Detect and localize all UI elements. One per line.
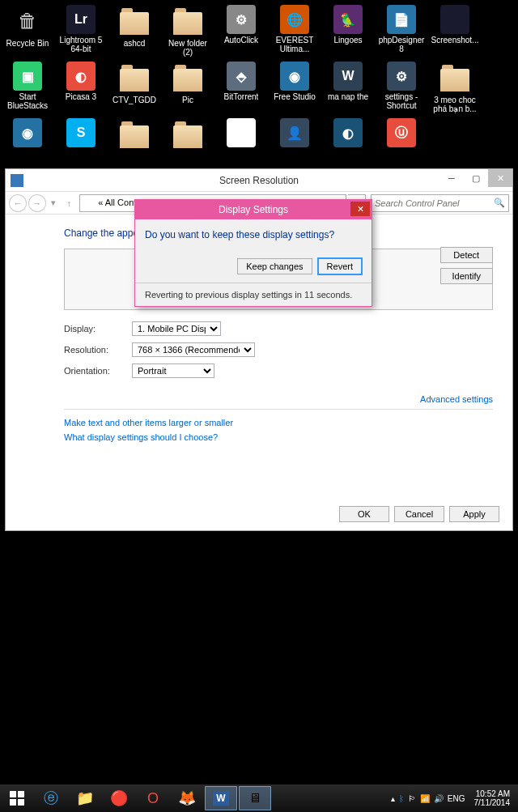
detect-button[interactable]: Detect	[440, 247, 493, 263]
forward-button[interactable]: →	[28, 194, 46, 212]
app-icon: ⚙	[387, 62, 416, 91]
search-box[interactable]: 🔍	[371, 194, 509, 212]
desktop-icon[interactable]: ◉Free Studio	[269, 60, 321, 117]
display-label: Display:	[64, 324, 132, 334]
app-icon	[172, 118, 204, 151]
taskbar-chrome[interactable]: 🔴	[103, 786, 135, 810]
desktop-icon[interactable]: ⚙AutoClick	[215, 3, 267, 60]
desktop-icon[interactable]: New folder (2)	[162, 3, 214, 60]
keep-changes-button[interactable]: Keep changes	[237, 258, 312, 274]
tray-volume-icon[interactable]: 🔊	[434, 794, 444, 803]
desktop-icon[interactable]	[108, 117, 160, 173]
taskbar-firefox[interactable]: 🦊	[171, 786, 203, 810]
orientation-label: Orientation:	[64, 366, 132, 376]
tray-language[interactable]: ENG	[448, 794, 465, 803]
icon-label: Picasa 3	[66, 92, 96, 101]
tray-bluetooth-icon[interactable]: ᛒ	[399, 794, 404, 803]
dialog-close-button[interactable]: ✕	[350, 202, 370, 216]
minimize-button[interactable]: ─	[439, 169, 464, 187]
desktop-icon[interactable]	[162, 117, 214, 173]
titlebar[interactable]: Screen Resolution ─ ▢ ✕	[6, 169, 512, 192]
taskbar-clock[interactable]: 10:52 AM 7/11/2014	[469, 789, 516, 807]
desktop-icon[interactable]: S	[55, 117, 107, 173]
icon-label: Free Studio	[274, 92, 316, 101]
app-icon	[172, 5, 204, 37]
apply-button[interactable]: Apply	[449, 506, 499, 522]
window-title: Screen Resolution	[6, 175, 512, 186]
svg-rect-1	[18, 791, 24, 797]
desktop-icon[interactable]: Pic	[162, 60, 214, 117]
advanced-settings-link[interactable]: Advanced settings	[420, 394, 493, 404]
dialog-titlebar[interactable]: Display Settings ✕	[135, 200, 372, 219]
dialog-status: Reverting to previous display settings i…	[145, 287, 362, 300]
desktop-icon[interactable]: 📄phpDesigner 8	[376, 3, 427, 60]
help-link[interactable]: What display settings should I choose?	[64, 432, 493, 442]
icon-label: BitTorrent	[224, 92, 259, 101]
resolution-label: Resolution:	[64, 345, 132, 355]
app-icon: Lr	[66, 5, 96, 34]
maximize-button[interactable]: ▢	[464, 169, 488, 187]
app-icon	[439, 62, 471, 94]
app-icon: 🗑	[11, 5, 44, 37]
desktop-icon[interactable]: 🌐EVEREST Ultima...	[269, 3, 321, 60]
icon-label: 3 meo choc phá bạn b...	[430, 96, 480, 113]
app-icon: ▤	[227, 118, 256, 147]
taskbar-ie[interactable]: ⓔ	[35, 786, 67, 810]
revert-button[interactable]: Revert	[318, 258, 362, 274]
desktop-icon[interactable]: ⚙settings - Shortcut	[376, 60, 427, 117]
desktop-icon[interactable]: ▣Start BlueStacks	[2, 60, 53, 117]
app-icon: ⚙	[227, 5, 256, 34]
app-icon	[118, 62, 151, 94]
desktop-icon[interactable]: ◐Picasa 3	[55, 60, 107, 117]
dialog-question: Do you want to keep these display settin…	[145, 229, 362, 240]
desktop-icon[interactable]: Screenshot...	[429, 3, 481, 60]
desktop-icon[interactable]: ◉	[2, 117, 53, 173]
taskbar-word[interactable]: W	[205, 786, 237, 810]
search-input[interactable]	[372, 198, 490, 208]
app-icon	[172, 62, 204, 94]
taskbar-explorer[interactable]: 📁	[69, 786, 101, 810]
icon-label: CTV_TGDD	[113, 96, 156, 104]
taskbar-opera[interactable]: O	[137, 786, 169, 810]
close-button[interactable]: ✕	[488, 169, 512, 187]
ok-button[interactable]: OK	[339, 506, 389, 522]
desktop-icon[interactable]: 3 meo choc phá bạn b...	[429, 60, 481, 117]
cancel-button[interactable]: Cancel	[394, 506, 444, 522]
desktop-icon[interactable]: 🗑Recycle Bin	[2, 3, 53, 60]
identify-button[interactable]: Identify	[440, 268, 493, 284]
desktop-icon[interactable]: LrLightroom 5 64-bit	[55, 3, 107, 60]
icon-label: AutoClick	[224, 36, 258, 45]
taskbar: ⓔ 📁 🔴 O 🦊 W 🖥 ▴ ᛒ 🏳 📶 🔊 ENG 10:52 AM 7/1…	[0, 784, 518, 812]
taskbar-control-panel[interactable]: 🖥	[239, 786, 271, 810]
orientation-select[interactable]: Portrait	[132, 363, 214, 378]
desktop-icon[interactable]: ashcd	[108, 3, 160, 60]
app-icon: ▣	[13, 62, 42, 91]
app-icon: ⓤ	[387, 118, 416, 147]
tray-action-icon[interactable]: 🏳	[408, 794, 416, 803]
desktop-icon[interactable]: ⬘BitTorrent	[215, 60, 267, 117]
text-size-link[interactable]: Make text and other items larger or smal…	[64, 418, 493, 427]
icon-label: Lightroom 5 64-bit	[56, 36, 106, 53]
system-tray[interactable]: ▴ ᛒ 🏳 📶 🔊 ENG 10:52 AM 7/11/2014	[391, 789, 518, 807]
start-button[interactable]	[0, 784, 34, 812]
icon-label: phpDesigner 8	[376, 36, 427, 53]
icon-label: ashcd	[124, 39, 146, 48]
desktop-icon[interactable]: 👤	[269, 117, 321, 173]
desktop-icon[interactable]: ◐	[322, 117, 374, 173]
app-icon: ◉	[13, 118, 42, 147]
app-icon	[118, 5, 151, 37]
tray-chevron-icon[interactable]: ▴	[391, 794, 395, 803]
desktop-icon[interactable]: 🦜Lingoes	[322, 3, 374, 60]
app-icon: 👤	[280, 118, 309, 147]
desktop-icon[interactable]: CTV_TGDD	[108, 60, 160, 117]
icon-label: Screenshot...	[431, 36, 479, 45]
desktop-icon[interactable]: ⓤ	[376, 117, 427, 173]
resolution-select[interactable]: 768 × 1366 (Recommended)	[132, 342, 255, 357]
tray-network-icon[interactable]: 📶	[420, 794, 430, 803]
back-button[interactable]: ←	[9, 194, 27, 212]
desktop-icon[interactable]: Wma nap the	[322, 60, 374, 117]
desktop-icon[interactable]: ▤	[215, 117, 267, 173]
app-icon: ◉	[280, 62, 309, 91]
up-button[interactable]: ↑	[60, 194, 78, 212]
display-select[interactable]: 1. Mobile PC Display	[132, 321, 221, 336]
